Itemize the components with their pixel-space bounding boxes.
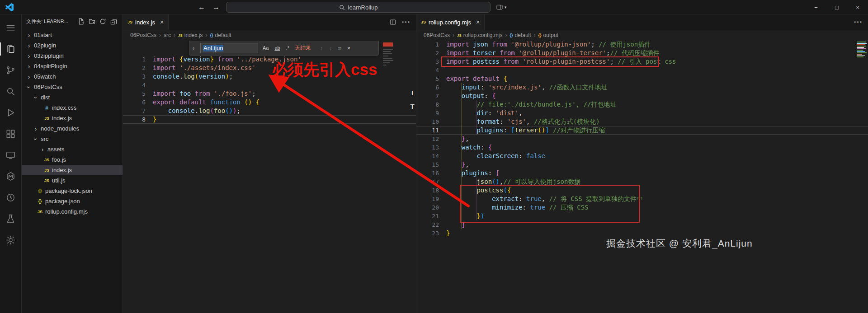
tree-item-index.js[interactable]: JSindex.js: [22, 113, 123, 123]
source-control-icon[interactable]: [0, 60, 22, 81]
new-file-icon[interactable]: [78, 18, 85, 25]
tab-rollup-config-mjs[interactable]: JS rollup.config.mjs ×: [416, 14, 485, 30]
tree-item-06PostCss[interactable]: ›06PostCss: [22, 82, 123, 92]
json-file-icon: {}: [36, 188, 44, 193]
match-case-icon[interactable]: Aa: [261, 44, 270, 51]
code-line-7[interactable]: 7 output: {: [416, 92, 868, 100]
tree-item-label: assets: [47, 146, 65, 153]
layout-panel-icon: [496, 4, 503, 11]
code-line-11[interactable]: 11 plugins: [terser()] //对产物进行压缩: [416, 126, 868, 135]
code-line-8[interactable]: 8 // file:'./dist/bundle.js', //打包地址: [416, 100, 868, 109]
testing-icon[interactable]: [0, 208, 22, 229]
tree-item-node_modules[interactable]: ›node_modules: [22, 123, 123, 134]
code-line-7[interactable]: 7 console.log(foo());: [123, 107, 416, 115]
find-in-selection-icon[interactable]: ≡: [336, 45, 343, 51]
tree-item-04splitPlugin[interactable]: ›04splitPlugin: [22, 61, 123, 71]
tree-item-rollup.config.mjs[interactable]: JSrollup.config.mjs: [22, 206, 123, 217]
refresh-icon[interactable]: [99, 18, 106, 25]
explorer-icon[interactable]: [0, 38, 22, 60]
watermark-text: 掘金技术社区 @ 安利君_AnLijun: [606, 237, 753, 250]
breadcrumb-item[interactable]: 06PostCss: [130, 32, 156, 38]
editor-left[interactable]: 1import {version} from '../package.json'…: [123, 40, 416, 313]
code-line-1[interactable]: 1import {version} from '../package.json': [123, 55, 416, 64]
settings-gear-icon[interactable]: [0, 229, 22, 251]
code-line-6[interactable]: 6export default function () {: [123, 98, 416, 107]
tree-item-index.js[interactable]: JSindex.js: [22, 165, 123, 175]
code-line-1[interactable]: 1import json from '@rollup/plugin-json';…: [416, 40, 868, 49]
more-actions-icon[interactable]: ···: [854, 18, 863, 26]
code-line-4[interactable]: 4: [416, 66, 868, 75]
code-line-9[interactable]: 9 dir: 'dist',: [416, 109, 868, 117]
code-line-16[interactable]: 16 plugins: [: [416, 169, 868, 178]
close-find-icon[interactable]: ×: [346, 45, 352, 51]
remote-explorer-icon[interactable]: [0, 145, 22, 166]
tree-item-label: foo.js: [52, 156, 66, 163]
code-line-8[interactable]: 8}: [123, 115, 416, 124]
split-editor-icon[interactable]: [389, 19, 396, 26]
extensions-icon[interactable]: [0, 123, 22, 145]
maximize-button[interactable]: □: [826, 0, 847, 14]
run-debug-icon[interactable]: [0, 102, 22, 123]
nav-back-icon[interactable]: ←: [198, 3, 205, 11]
breadcrumb-item[interactable]: {}output: [538, 32, 558, 38]
tree-item-util.js[interactable]: JSutil.js: [22, 175, 123, 186]
close-window-button[interactable]: ×: [847, 0, 868, 14]
tree-item-02plugin[interactable]: ›02plugin: [22, 40, 123, 51]
whole-word-icon[interactable]: ab: [273, 44, 281, 51]
find-next-icon[interactable]: ↓: [328, 45, 334, 51]
breadcrumb-item[interactable]: JSrollup.config.mjs: [457, 32, 503, 38]
minimize-button[interactable]: −: [806, 0, 826, 14]
close-tab-icon[interactable]: ×: [160, 19, 164, 26]
tree-item-01start[interactable]: ›01start: [22, 30, 123, 40]
code-line-10[interactable]: 10 format: 'cjs', //格式化方式(模块化): [416, 117, 868, 126]
nav-forward-icon[interactable]: →: [212, 3, 220, 11]
breadcrumb-item[interactable]: {}default: [510, 32, 531, 38]
editor-right[interactable]: 1import json from '@rollup/plugin-json';…: [416, 40, 868, 313]
search-icon[interactable]: [0, 81, 22, 102]
code-line-15[interactable]: 15 },: [416, 160, 868, 169]
tree-item-src[interactable]: ›src: [22, 134, 123, 144]
tree-item-foo.js[interactable]: JSfoo.js: [22, 154, 123, 165]
find-input[interactable]: AnLijun: [200, 43, 258, 53]
code-line-2[interactable]: 2import './assets/index.css': [123, 64, 416, 72]
new-folder-icon[interactable]: [89, 18, 95, 25]
minimap[interactable]: [382, 41, 396, 65]
code-line-12[interactable]: 12 },: [416, 135, 868, 143]
breadcrumb-item[interactable]: JSindex.js: [178, 32, 203, 38]
indent-guide: [476, 100, 476, 135]
tree-item-03zipplugin[interactable]: ›03zipplugin: [22, 51, 123, 61]
tree-item-05watch[interactable]: ›05watch: [22, 71, 123, 82]
menu-icon[interactable]: [0, 17, 22, 38]
tree-item-dist[interactable]: ›dist: [22, 92, 123, 103]
collapse-all-icon[interactable]: [110, 18, 117, 25]
close-tab-icon[interactable]: ×: [476, 19, 480, 26]
tree-item-package-lock.json[interactable]: {}package-lock.json: [22, 186, 123, 196]
tree-item-package.json[interactable]: {}package.json: [22, 196, 123, 206]
code-line-23[interactable]: 23}: [416, 229, 868, 238]
extension-circle-icon[interactable]: [0, 187, 22, 208]
explorer-section-header[interactable]: 文件夹: LEARNR...: [22, 14, 123, 28]
minimap[interactable]: [856, 41, 867, 57]
tree-item-index.css[interactable]: #index.css: [22, 103, 123, 113]
breadcrumb-item[interactable]: src: [164, 32, 171, 38]
tree-item-assets[interactable]: ›assets: [22, 144, 123, 154]
code-line-3[interactable]: 3console.log(version);: [123, 72, 416, 81]
layout-toggle[interactable]: ▾: [496, 0, 507, 14]
code-line-14[interactable]: 14 clearScreen: false: [416, 152, 868, 160]
command-center-search[interactable]: learnRollup: [226, 2, 491, 13]
more-actions-icon[interactable]: ···: [402, 18, 410, 26]
find-previous-icon[interactable]: ↑: [319, 45, 325, 51]
vscode-logo-icon[interactable]: [5, 3, 14, 11]
code-line-6[interactable]: 6 input: 'src/index.js', //函数入口文件地址: [416, 83, 868, 92]
code-line-13[interactable]: 13 watch: {: [416, 143, 868, 152]
extension-hex-m-icon[interactable]: [0, 166, 22, 187]
code-line-5[interactable]: 5export default {: [416, 75, 868, 83]
activity-bar: [0, 14, 22, 313]
breadcrumb-item[interactable]: {}default: [210, 32, 231, 38]
regex-icon[interactable]: .*: [285, 44, 291, 51]
breadcrumb-item[interactable]: 06PostCss: [424, 32, 450, 38]
code-line-5[interactable]: 5import foo from './foo.js';: [123, 89, 416, 98]
find-toggle-replace-icon[interactable]: ›: [193, 45, 197, 51]
tab-index-js[interactable]: JS index.js ×: [123, 14, 169, 30]
code-line-4[interactable]: 4: [123, 81, 416, 89]
